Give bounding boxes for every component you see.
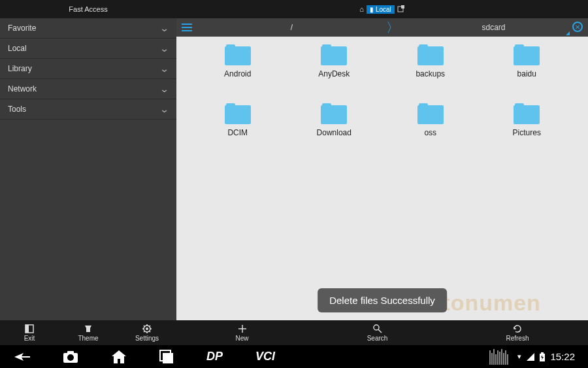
camera-icon[interactable] — [63, 350, 78, 363]
signal-icon — [527, 353, 534, 361]
path-root[interactable]: / — [197, 23, 386, 32]
refresh-button[interactable]: Refresh — [506, 324, 529, 342]
exit-label: Exit — [24, 335, 35, 342]
folder-baidu[interactable]: baidu — [479, 44, 576, 103]
folder-icon — [225, 103, 251, 124]
home-icon[interactable] — [111, 350, 127, 364]
chevron-down-icon: ⌄ — [159, 84, 170, 94]
folder-icon — [514, 44, 540, 65]
folder-download[interactable]: Download — [286, 103, 383, 162]
sidebar-label: Local — [8, 44, 27, 53]
svg-rect-12 — [541, 352, 544, 354]
folder-icon — [321, 103, 347, 124]
folder-icon — [225, 44, 251, 65]
new-label: New — [236, 335, 249, 342]
folder-icon — [417, 44, 444, 65]
folder-icon — [321, 44, 347, 65]
chevron-down-icon: ⌄ — [159, 43, 170, 54]
battery-icon — [540, 352, 545, 361]
svg-rect-8 — [67, 351, 74, 354]
gear-icon — [142, 324, 152, 333]
nav-right: ▾ 15:22 — [489, 349, 575, 365]
theme-button[interactable]: Theme — [59, 320, 118, 345]
settings-button[interactable]: Settings — [118, 320, 176, 345]
sidebar-label: Favorite — [8, 24, 36, 33]
content-area: / 〉 sdcard ✕ Android AnyDesk backups bai… — [176, 18, 588, 345]
location-label: Local — [376, 6, 391, 13]
system-nav-bar: DP VCI ▾ 15:22 — [0, 345, 588, 368]
folder-label: backups — [416, 69, 445, 78]
svg-rect-1 — [401, 5, 404, 8]
folder-label: Pictures — [513, 128, 541, 137]
sidebar-item-local[interactable]: Local ⌄ — [0, 39, 176, 59]
folder-label: Android — [224, 69, 251, 78]
menu-icon[interactable] — [176, 24, 197, 31]
statusbar-right: ⌂ ▮ Local — [176, 5, 588, 14]
svg-point-5 — [146, 327, 148, 330]
barcode-icon — [489, 349, 508, 365]
search-button[interactable]: Search — [367, 324, 388, 342]
dp-button[interactable]: DP — [206, 350, 223, 363]
folder-grid: Android AnyDesk backups baidu DCIM Downl… — [176, 37, 588, 320]
close-icon[interactable]: ✕ — [572, 22, 583, 32]
sidebar-item-favorite[interactable]: Favorite ⌄ — [0, 18, 176, 39]
location-badge[interactable]: ▮ Local — [367, 5, 395, 14]
sidebar-item-network[interactable]: Network ⌄ — [0, 79, 176, 99]
path-bar: / 〉 sdcard ✕ — [176, 18, 588, 37]
svg-rect-11 — [163, 353, 173, 363]
settings-label: Settings — [135, 335, 159, 342]
exit-icon — [25, 324, 34, 333]
refresh-label: Refresh — [506, 335, 529, 342]
svg-point-6 — [374, 325, 379, 330]
status-bar: Fast Access ⌂ ▮ Local — [0, 0, 588, 18]
sidebar-label: Library — [8, 64, 32, 73]
sidebar-item-tools[interactable]: Tools ⌄ — [0, 99, 176, 120]
folder-icon — [514, 103, 540, 124]
new-button[interactable]: New — [236, 324, 249, 342]
chevron-down-icon: ⌄ — [159, 23, 170, 33]
folder-anydesk[interactable]: AnyDesk — [286, 44, 383, 103]
search-icon — [372, 324, 383, 334]
theme-label: Theme — [78, 335, 98, 342]
refresh-icon — [512, 324, 523, 334]
sidebar-item-library[interactable]: Library ⌄ — [0, 59, 176, 79]
folder-icon — [417, 103, 444, 124]
folder-label: Download — [317, 128, 351, 137]
recent-apps-icon[interactable] — [159, 350, 174, 364]
path-current[interactable]: sdcard — [399, 23, 588, 32]
svg-point-9 — [67, 354, 74, 361]
statusbar-title: Fast Access — [0, 5, 176, 13]
device-icon: ▮ — [370, 6, 374, 13]
folder-backups[interactable]: backups — [382, 44, 479, 103]
chevron-down-icon: ⌄ — [159, 63, 170, 74]
path-dropdown-icon[interactable] — [566, 31, 570, 35]
folder-label: AnyDesk — [318, 69, 350, 78]
home-small-icon: ⌂ — [359, 5, 364, 13]
back-icon[interactable] — [13, 351, 30, 363]
path-divider-icon: 〉 — [386, 19, 399, 37]
folder-pictures[interactable]: Pictures — [479, 103, 576, 162]
storage-icon[interactable] — [397, 5, 405, 13]
toast-message: Delete files Successfully — [318, 288, 447, 312]
sidebar-bottom-bar: Exit Theme Settings — [0, 320, 176, 345]
content-toolbar: New Search Refresh — [176, 320, 588, 345]
chevron-down-icon: ⌄ — [159, 104, 170, 114]
search-label: Search — [367, 335, 388, 342]
svg-rect-3 — [25, 325, 29, 333]
folder-label: baidu — [517, 69, 536, 78]
sidebar-label: Network — [8, 84, 37, 93]
folder-android[interactable]: Android — [189, 44, 286, 103]
clock: 15:22 — [550, 351, 575, 362]
exit-button[interactable]: Exit — [0, 320, 59, 345]
folder-label: DCIM — [227, 128, 248, 137]
wifi-icon: ▾ — [517, 352, 521, 361]
folder-dcim[interactable]: DCIM — [189, 103, 286, 162]
sidebar: Favorite ⌄ Local ⌄ Library ⌄ Network ⌄ T… — [0, 18, 176, 345]
theme-icon — [84, 324, 93, 333]
folder-oss[interactable]: oss — [382, 103, 479, 162]
sidebar-label: Tools — [8, 105, 26, 114]
plus-icon — [237, 324, 248, 334]
vci-button[interactable]: VCI — [255, 350, 275, 363]
folder-label: oss — [424, 128, 436, 137]
